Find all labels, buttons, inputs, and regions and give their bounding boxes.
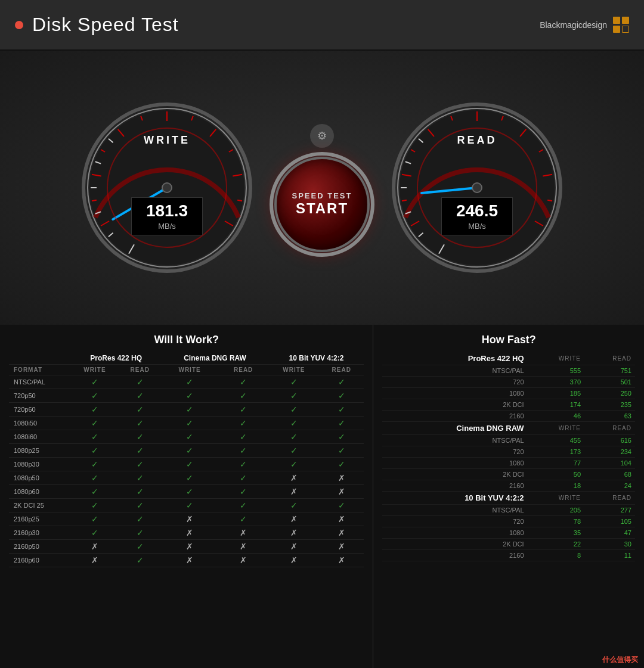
speed-data-row: 2K DCI 22 30 <box>382 539 635 550</box>
compat-cell: ✓ <box>119 485 161 499</box>
speed-group-label: ProRes 422 HQ <box>382 352 527 365</box>
speed-row-label: 2160 <box>382 411 527 422</box>
compat-cell: ✓ <box>319 430 364 444</box>
compat-cell: ✓ <box>119 540 161 554</box>
compat-cell: ✓ <box>269 389 319 403</box>
compat-cell: ✓ <box>161 471 218 485</box>
write-value: 50 <box>528 469 584 480</box>
write-gauge-unit: MB/s <box>158 222 176 231</box>
brand-square-3 <box>613 26 620 33</box>
compat-cell: ✓ <box>161 403 218 417</box>
compat-cell: ✗ <box>269 471 319 485</box>
compat-cell: ✓ <box>71 526 119 540</box>
compat-cell: ✓ <box>269 444 319 458</box>
speed-row-label: NTSC/PAL <box>382 505 527 516</box>
format-subheader: FORMAT <box>9 365 71 375</box>
speed-data-row: 720 370 501 <box>382 377 635 388</box>
compat-cell: ✓ <box>71 375 119 389</box>
compat-cell: ✓ <box>119 417 161 430</box>
write-value: 8 <box>528 550 584 561</box>
compat-cell: ✓ <box>269 403 319 417</box>
format-cell: 1080p60 <box>9 485 71 499</box>
start-button[interactable]: SPEED TEST START <box>274 157 370 252</box>
write-gauge: WRITE 181.3 MB/s <box>78 98 256 277</box>
speed-row-label: 2K DCI <box>382 469 527 480</box>
compat-cell: ✗ <box>161 526 218 540</box>
dng-group-header: Cinema DNG RAW <box>161 352 268 365</box>
compat-cell: ✓ <box>119 403 161 417</box>
compat-cell: ✓ <box>218 375 269 389</box>
svg-point-23 <box>162 183 172 192</box>
read-value: 235 <box>584 399 635 411</box>
table-row: 1080p30✓✓✓✓✓✓ <box>9 458 364 471</box>
write-value: 46 <box>528 411 584 422</box>
read-value: 277 <box>584 505 635 516</box>
compat-cell: ✓ <box>119 375 161 389</box>
compat-cell: ✓ <box>218 417 269 430</box>
speed-data-row: 2K DCI 50 68 <box>382 469 635 480</box>
read-value: 47 <box>584 527 635 539</box>
speed-row-label: 1080 <box>382 527 527 539</box>
write-col-header: WRITE <box>528 422 584 435</box>
compat-cell: ✓ <box>319 444 364 458</box>
compat-cell: ✓ <box>218 458 269 471</box>
speed-row-label: 2K DCI <box>382 539 527 550</box>
compat-cell: ✓ <box>218 444 269 458</box>
app-title: Disk Speed Test <box>32 14 179 36</box>
svg-line-39 <box>547 200 552 201</box>
write-col-header: WRITE <box>528 492 584 505</box>
read-col-header: READ <box>584 352 635 365</box>
compat-cell: ✓ <box>269 417 319 430</box>
write-value: 173 <box>528 446 584 458</box>
compat-cell: ✗ <box>319 526 364 540</box>
read-gauge-unit: MB/s <box>468 222 486 231</box>
read-gauge: READ 246.5 MB/s <box>388 98 566 277</box>
compat-cell: ✓ <box>218 499 269 512</box>
compat-cell: ✓ <box>119 444 161 458</box>
read-value: 751 <box>584 365 635 377</box>
compat-cell: ✓ <box>319 375 364 389</box>
speed-data-row: 1080 77 104 <box>382 458 635 469</box>
compat-cell: ✗ <box>319 471 364 485</box>
format-cell: 2160p25 <box>9 512 71 526</box>
format-cell: 720p60 <box>9 403 71 417</box>
speed-group-label: Cinema DNG RAW <box>382 422 527 435</box>
compat-cell: ✓ <box>269 430 319 444</box>
write-col-header: WRITE <box>528 352 584 365</box>
compat-cell: ✓ <box>269 499 319 512</box>
compat-cell: ✗ <box>319 485 364 499</box>
format-cell: 1080i50 <box>9 417 71 430</box>
compat-cell: ✓ <box>119 499 161 512</box>
table-row: 1080p50✓✓✓✓✗✗ <box>9 471 364 485</box>
brand-square-4 <box>622 26 629 33</box>
speed-data-row: 2K DCI 174 235 <box>382 399 635 411</box>
read-value: 104 <box>584 458 635 469</box>
compat-cell: ✓ <box>218 512 269 526</box>
table-row: 1080p25✓✓✓✓✓✓ <box>9 444 364 458</box>
will-it-work-panel: Will It Work? ProRes 422 HQ Cinema DNG R… <box>0 325 373 668</box>
close-button[interactable] <box>15 21 23 29</box>
compat-cell: ✓ <box>161 458 218 471</box>
settings-button[interactable]: ⚙ <box>310 124 334 148</box>
compat-cell: ✗ <box>269 512 319 526</box>
compat-cell: ✗ <box>218 526 269 540</box>
table-row: 1080i50✓✓✓✓✓✓ <box>9 417 364 430</box>
title-bar-left: Disk Speed Test <box>15 14 179 36</box>
compat-cell: ✓ <box>119 389 161 403</box>
speed-group-label: 10 Bit YUV 4:2:2 <box>382 492 527 505</box>
compat-cell: ✓ <box>161 417 218 430</box>
compat-cell: ✓ <box>119 512 161 526</box>
compat-cell: ✓ <box>71 471 119 485</box>
read-col-header: READ <box>584 492 635 505</box>
write-value: 205 <box>528 505 584 516</box>
compat-cell: ✓ <box>71 403 119 417</box>
write-gauge-value: 181.3 <box>141 201 193 220</box>
compat-cell: ✓ <box>161 375 218 389</box>
table-row: 2160p60✗✓✗✗✗✗ <box>9 554 364 567</box>
compat-cell: ✓ <box>319 389 364 403</box>
format-cell: 2160p50 <box>9 540 71 554</box>
write-value: 555 <box>528 365 584 377</box>
compat-cell: ✓ <box>319 403 364 417</box>
compat-cell: ✓ <box>71 458 119 471</box>
read-value: 30 <box>584 539 635 550</box>
